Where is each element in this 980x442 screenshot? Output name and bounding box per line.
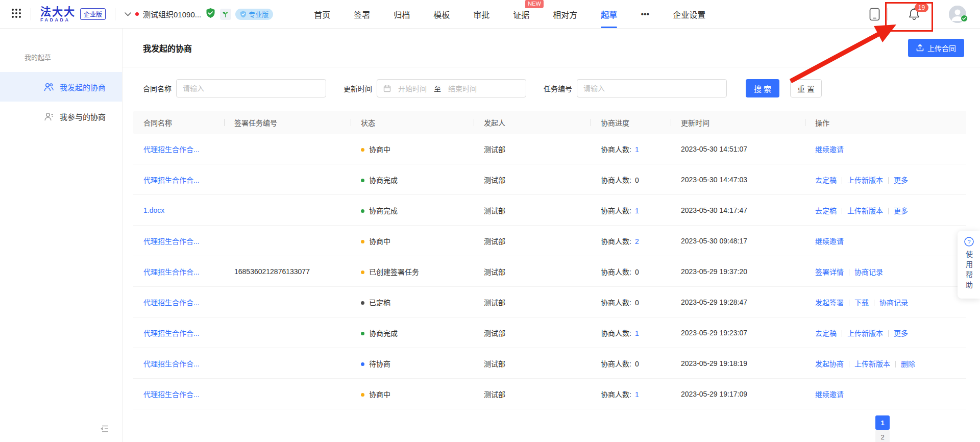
progress-label: 协商人数: [601, 329, 631, 337]
collapse-sidebar-icon[interactable] [100, 425, 109, 435]
contract-name-link[interactable]: 代理招生合作合... [143, 299, 200, 307]
task-number-input[interactable] [577, 79, 727, 97]
avatar-verified-icon [961, 15, 968, 24]
table-header-row: 合同名称签署任务编号状态发起人协商进度更新时间操作 [133, 111, 966, 134]
action-link[interactable]: 去定稿 [815, 329, 837, 337]
negotiator-count[interactable]: 1 [635, 329, 639, 337]
action-link[interactable]: 继续邀请 [815, 390, 844, 399]
question-mark-icon: ? [964, 237, 974, 247]
row-actions: 发起签署下载协商记录 [805, 297, 966, 307]
start-time-placeholder: 开始时间 [398, 83, 427, 93]
mobile-phone-icon[interactable] [869, 8, 880, 21]
action-link[interactable]: 继续邀请 [815, 145, 844, 154]
negotiator-count[interactable]: 1 [635, 207, 639, 215]
svg-text:?: ? [967, 239, 970, 245]
reset-button[interactable]: 重 置 [790, 79, 822, 97]
action-link[interactable]: 去定稿 [815, 176, 837, 184]
app-grid-icon[interactable] [11, 8, 21, 20]
action-link[interactable]: 签署详情 [815, 268, 844, 276]
new-badge: NEW [525, 0, 544, 8]
person-icon [44, 112, 54, 121]
avatar[interactable] [949, 6, 966, 23]
initiator: 测试部 [474, 266, 591, 277]
contract-name-link[interactable]: 代理招生合作合... [143, 360, 200, 368]
status-text: 待协商 [369, 360, 390, 368]
nav-item-more[interactable]: ••• [641, 10, 649, 19]
table-row: 代理招生合作合... 协商完成 测试部 协商人数:1 2023-05-29 19… [133, 317, 966, 348]
nav-item-template[interactable]: 模板 [433, 8, 450, 20]
progress-label: 协商人数: [601, 237, 631, 245]
row-actions: 继续邀请 [805, 236, 966, 246]
row-actions: 签署详情协商记录 [805, 266, 966, 277]
contract-name-link[interactable]: 1.docx [143, 206, 164, 214]
fadada-logo[interactable]: 法大大 FADADA 企业版 [40, 6, 106, 22]
upload-contract-button[interactable]: 上传合同 [908, 39, 964, 57]
contract-name-link[interactable]: 代理招生合作合... [143, 329, 200, 337]
filter-bar: 合同名称 更新时间 开始时间 至 结束时间 任务编号 搜 索 重 置 [122, 67, 980, 97]
action-link[interactable]: 更多 [894, 329, 908, 337]
action-link[interactable]: 上传新版本 [854, 360, 890, 368]
action-link[interactable]: 协商记录 [854, 268, 883, 276]
initiator: 测试部 [474, 297, 591, 307]
org-selector[interactable]: 测试组织01090... 专业版 [125, 8, 273, 20]
action-link[interactable]: 发起签署 [815, 299, 844, 307]
nav-item-counterparty[interactable]: 相对方 [553, 8, 577, 20]
contract-name-link[interactable]: 代理招生合作合... [143, 176, 200, 184]
status-text: 协商完成 [369, 329, 398, 337]
action-link[interactable]: 上传新版本 [847, 207, 883, 215]
sidebar-item-initiated-negotiations[interactable]: 我发起的协商 [0, 72, 122, 102]
help-widget[interactable]: ? 使用帮助 [958, 231, 980, 299]
main-content: 我发起的协商 上传合同 合同名称 更新时间 开始时间 至 结束时间 任务编号 搜… [122, 29, 980, 442]
sprout-icon [220, 9, 231, 20]
status-dot [361, 332, 364, 335]
progress-label: 协商人数: [601, 145, 631, 154]
sidebar-group-label: 我的起草 [0, 29, 122, 72]
initiator: 测试部 [474, 328, 591, 338]
status-dot [361, 240, 364, 243]
date-range-picker[interactable]: 开始时间 至 结束时间 [377, 79, 526, 97]
negotiator-count[interactable]: 1 [635, 145, 639, 154]
action-link[interactable]: 协商记录 [879, 299, 908, 307]
negotiator-count[interactable]: 2 [635, 237, 639, 245]
row-actions: 发起协商上传新版本删除 [805, 358, 966, 369]
nav-item-archive[interactable]: 归档 [394, 8, 410, 20]
table-row: 1.docx 协商完成 测试部 协商人数:1 2023-05-30 14:17:… [133, 195, 966, 226]
column-header-5: 更新时间 [671, 117, 805, 128]
contract-name-link[interactable]: 代理招生合作合... [143, 268, 200, 276]
page-button-1[interactable]: 1 [875, 415, 890, 430]
action-link[interactable]: 删除 [901, 360, 915, 368]
table-row: 代理招生合作合... 待协商 测试部 协商人数:0 2023-05-29 19:… [133, 348, 966, 379]
notification-bell-icon[interactable]: 19 [908, 8, 920, 21]
update-time: 2023-05-29 19:23:07 [671, 329, 805, 337]
page-button-2[interactable]: 2 [875, 430, 890, 442]
contract-name-link[interactable]: 代理招生合作合... [143, 237, 200, 245]
status-dot [361, 362, 364, 366]
main-nav: 首页签署归档模板审批证据NEW相对方起草•••企业设置 [314, 8, 705, 20]
action-link[interactable]: 上传新版本 [847, 329, 883, 337]
action-link[interactable]: 下载 [854, 299, 869, 307]
contract-name-input[interactable] [176, 79, 326, 97]
action-link[interactable]: 上传新版本 [847, 176, 883, 184]
action-link[interactable]: 去定稿 [815, 207, 837, 215]
action-link[interactable]: 发起协商 [815, 360, 844, 368]
contract-name-link[interactable]: 代理招生合作合... [143, 390, 200, 399]
nav-item-approval[interactable]: 审批 [473, 8, 489, 20]
negotiator-count[interactable]: 1 [635, 390, 639, 399]
action-link[interactable]: 更多 [894, 207, 908, 215]
nav-item-sign[interactable]: 签署 [354, 8, 370, 20]
action-link[interactable]: 更多 [894, 176, 908, 184]
page-title: 我发起的协商 [143, 42, 192, 54]
edition-badge: 企业版 [80, 8, 106, 20]
sidebar-item-participated-negotiations[interactable]: 我参与的协商 [0, 102, 122, 131]
nav-item-enterprise-settings[interactable]: 企业设置 [673, 8, 705, 20]
contract-name-link[interactable]: 代理招生合作合... [143, 145, 200, 154]
update-time: 2023-05-30 14:51:07 [671, 145, 805, 153]
negotiator-count: 0 [635, 176, 639, 184]
action-link[interactable]: 继续邀请 [815, 237, 844, 245]
nav-item-home[interactable]: 首页 [314, 8, 330, 20]
search-button[interactable]: 搜 索 [746, 79, 779, 97]
sidebar-item-label: 我发起的协商 [60, 82, 106, 92]
nav-item-draft[interactable]: 起草 [601, 8, 617, 20]
nav-item-evidence[interactable]: 证据NEW [513, 8, 529, 20]
status-dot [361, 271, 364, 274]
